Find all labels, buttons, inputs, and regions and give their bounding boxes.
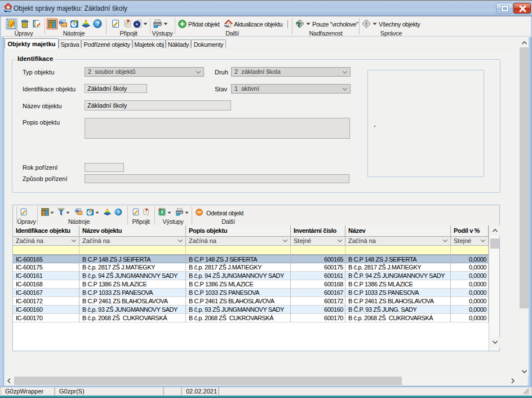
svg-text:?: ? [96,20,100,27]
svg-text:X: X [161,209,164,215]
svg-text:?: ? [117,209,120,215]
